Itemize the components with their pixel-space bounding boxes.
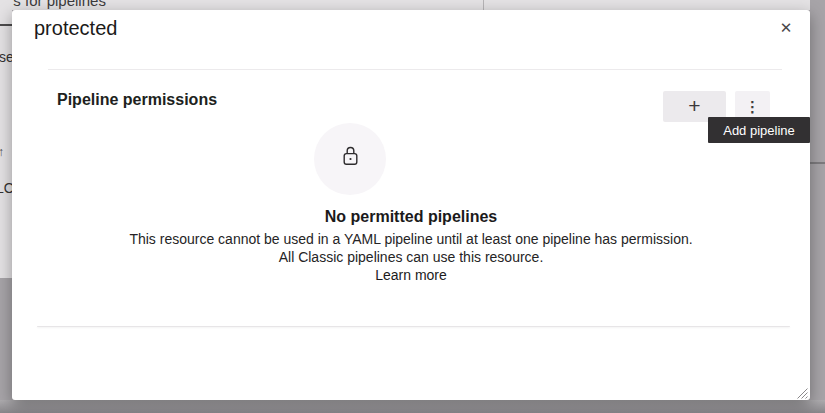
add-pipeline-tooltip: Add pipeline [708,117,810,143]
page-text-fragment: LO [0,180,12,196]
screenshot-canvas: ars for pipelines se ↑ LO protected ✕ Pi… [0,0,825,413]
page-text-fragment: ars for pipelines [0,0,106,9]
content-bottom-divider [37,326,790,327]
empty-state-description-1: This resource cannot be used in a YAML p… [12,231,810,249]
plus-icon: + [688,95,700,116]
close-button[interactable]: ✕ [775,16,797,38]
empty-state: No permitted pipelines This resource can… [12,209,810,285]
resize-handle[interactable] [795,385,808,398]
page-top-strip: ars for pipelines [0,0,810,10]
page-vertical-divider [483,0,484,10]
header-divider [48,69,782,70]
lock-icon [342,146,359,166]
page-text-fragment: se [0,49,12,65]
section-heading: Pipeline permissions [57,91,217,109]
dialog-title: protected [34,17,117,40]
sort-arrow-fragment: ↑ [0,145,4,159]
empty-state-description-2: All Classic pipelines can use this resou… [12,249,810,267]
window-bottom-shadow [0,400,825,413]
page-divider-fragment [0,24,12,26]
close-icon: ✕ [780,20,793,35]
empty-state-title: No permitted pipelines [12,209,810,225]
kebab-icon: ⋮ [745,99,760,114]
empty-state-icon-circle [314,123,386,195]
resize-grip-icon [795,386,808,399]
background-horizontal-line [810,162,825,164]
learn-more-link[interactable]: Learn more [375,267,447,285]
page-left-strip: se ↑ LO [0,0,12,278]
pipeline-permissions-dialog: protected ✕ Pipeline permissions + ⋮ Add… [12,10,810,400]
